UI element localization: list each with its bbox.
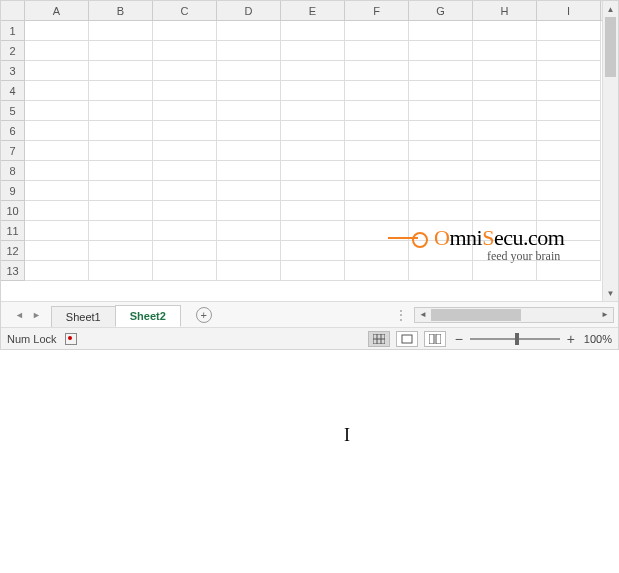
column-header[interactable]: B	[89, 1, 153, 20]
row-header[interactable]: 13	[1, 261, 25, 281]
cell[interactable]	[537, 161, 601, 181]
column-header[interactable]: D	[217, 1, 281, 20]
cell[interactable]	[89, 201, 153, 221]
cell[interactable]	[537, 121, 601, 141]
cell[interactable]	[217, 181, 281, 201]
cell[interactable]	[25, 121, 89, 141]
cell[interactable]	[409, 221, 473, 241]
scroll-down-arrow[interactable]: ▼	[603, 285, 618, 301]
zoom-level[interactable]: 100%	[584, 333, 612, 345]
cell[interactable]	[25, 81, 89, 101]
cell[interactable]	[153, 41, 217, 61]
cell[interactable]	[345, 61, 409, 81]
cell[interactable]	[217, 261, 281, 281]
row-header[interactable]: 11	[1, 221, 25, 241]
cell[interactable]	[217, 141, 281, 161]
zoom-slider[interactable]: − +	[452, 331, 578, 347]
column-header[interactable]: A	[25, 1, 89, 20]
cell[interactable]	[25, 221, 89, 241]
cell[interactable]	[409, 21, 473, 41]
cell[interactable]	[345, 101, 409, 121]
sheet-tab-sheet2[interactable]: Sheet2	[115, 305, 181, 327]
cell[interactable]	[409, 141, 473, 161]
cell[interactable]	[345, 81, 409, 101]
cell[interactable]	[217, 61, 281, 81]
cell[interactable]	[217, 221, 281, 241]
cell[interactable]	[345, 161, 409, 181]
cell[interactable]	[89, 41, 153, 61]
column-header[interactable]: F	[345, 1, 409, 20]
cell[interactable]	[153, 241, 217, 261]
row-header[interactable]: 8	[1, 161, 25, 181]
cell[interactable]	[473, 221, 537, 241]
cell[interactable]	[409, 41, 473, 61]
cell[interactable]	[537, 61, 601, 81]
cell[interactable]	[409, 61, 473, 81]
cell[interactable]	[281, 261, 345, 281]
row-header[interactable]: 6	[1, 121, 25, 141]
cell[interactable]	[153, 201, 217, 221]
cell[interactable]	[473, 241, 537, 261]
cell[interactable]	[537, 221, 601, 241]
column-header[interactable]: G	[409, 1, 473, 20]
cell[interactable]	[409, 181, 473, 201]
cell[interactable]	[537, 21, 601, 41]
cell[interactable]	[153, 161, 217, 181]
tab-next-icon[interactable]: ►	[30, 310, 43, 320]
column-header[interactable]: I	[537, 1, 601, 20]
cell[interactable]	[217, 101, 281, 121]
cell[interactable]	[89, 181, 153, 201]
cell[interactable]	[89, 81, 153, 101]
row-header[interactable]: 1	[1, 21, 25, 41]
cell[interactable]	[89, 101, 153, 121]
cell[interactable]	[409, 201, 473, 221]
cell[interactable]	[473, 41, 537, 61]
cell[interactable]	[281, 121, 345, 141]
cell[interactable]	[345, 241, 409, 261]
cell[interactable]	[217, 121, 281, 141]
cell[interactable]	[25, 261, 89, 281]
cell[interactable]	[409, 161, 473, 181]
cell[interactable]	[25, 141, 89, 161]
row-header[interactable]: 3	[1, 61, 25, 81]
scroll-left-arrow[interactable]: ◄	[415, 310, 431, 319]
tab-nav-arrows[interactable]: ◄ ►	[5, 310, 51, 320]
column-header[interactable]: E	[281, 1, 345, 20]
cell[interactable]	[537, 201, 601, 221]
cell[interactable]	[409, 81, 473, 101]
new-sheet-button[interactable]: +	[192, 303, 216, 327]
row-header[interactable]: 12	[1, 241, 25, 261]
cell[interactable]	[537, 101, 601, 121]
cell[interactable]	[281, 241, 345, 261]
cell[interactable]	[25, 21, 89, 41]
cell[interactable]	[281, 161, 345, 181]
cell[interactable]	[281, 101, 345, 121]
select-all-corner[interactable]	[1, 1, 25, 20]
hscroll-track[interactable]	[431, 308, 597, 322]
cell[interactable]	[537, 81, 601, 101]
cell[interactable]	[281, 81, 345, 101]
cell[interactable]	[25, 181, 89, 201]
cell[interactable]	[217, 41, 281, 61]
row-header[interactable]: 7	[1, 141, 25, 161]
cell[interactable]	[281, 41, 345, 61]
row-header[interactable]: 10	[1, 201, 25, 221]
cell[interactable]	[281, 221, 345, 241]
cell[interactable]	[153, 121, 217, 141]
cell[interactable]	[537, 141, 601, 161]
vscroll-thumb[interactable]	[605, 17, 616, 77]
cell[interactable]	[153, 141, 217, 161]
cell[interactable]	[473, 161, 537, 181]
cell[interactable]	[473, 141, 537, 161]
cell[interactable]	[281, 201, 345, 221]
cell[interactable]	[25, 101, 89, 121]
tab-split-handle[interactable]: ⋮	[391, 308, 412, 322]
horizontal-scrollbar[interactable]: ◄ ►	[414, 307, 614, 323]
cell[interactable]	[281, 141, 345, 161]
cell[interactable]	[89, 261, 153, 281]
cell[interactable]	[217, 21, 281, 41]
cell[interactable]	[217, 81, 281, 101]
cell[interactable]	[153, 61, 217, 81]
page-break-view-button[interactable]	[424, 331, 446, 347]
row-header[interactable]: 9	[1, 181, 25, 201]
